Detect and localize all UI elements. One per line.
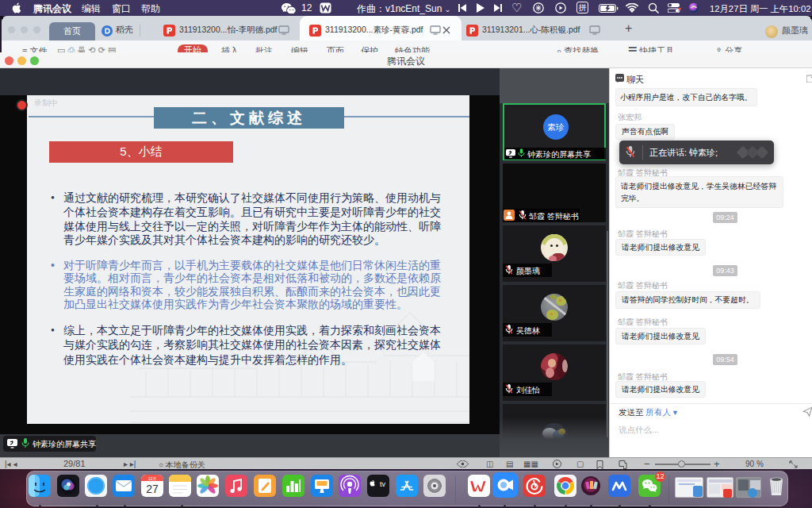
svg-text:27: 27 — [146, 483, 159, 495]
svg-text:tv: tv — [380, 480, 386, 488]
svg-text:12月: 12月 — [148, 476, 157, 482]
